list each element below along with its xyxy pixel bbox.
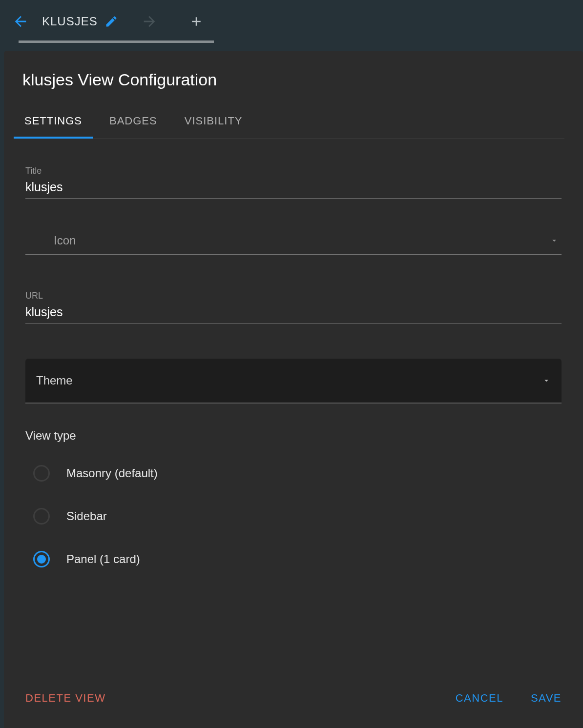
url-field: URL (25, 291, 562, 324)
add-view-button[interactable] (185, 10, 208, 33)
dialog-tabs: SETTINGS BADGES VISIBILITY (22, 111, 564, 139)
icon-field[interactable]: Icon (25, 234, 562, 255)
delete-view-button[interactable]: DELETE VIEW (22, 687, 108, 709)
title-label: Title (25, 166, 562, 176)
view-tab-label: KLUSJES (42, 15, 98, 28)
url-input[interactable] (25, 304, 562, 320)
next-button (138, 10, 161, 33)
title-input[interactable] (25, 179, 562, 195)
title-field: Title (25, 166, 562, 199)
plus-icon (189, 14, 204, 29)
app-bar: KLUSJES (0, 0, 583, 43)
dialog-title: klusjes View Configuration (22, 70, 564, 89)
radio-icon (33, 465, 50, 482)
radio-label: Sidebar (66, 509, 107, 523)
dialog-actions: DELETE VIEW CANCEL SAVE (22, 687, 564, 709)
view-type-option-panel[interactable]: Panel (1 card) (25, 545, 562, 573)
back-button[interactable] (9, 10, 32, 33)
url-label: URL (25, 291, 562, 301)
arrow-left-icon (12, 13, 29, 30)
view-type-option-sidebar[interactable]: Sidebar (25, 502, 562, 530)
arrow-right-icon (141, 13, 158, 30)
icon-label: Icon (54, 234, 550, 247)
cancel-button[interactable]: CANCEL (453, 687, 506, 709)
radio-icon (33, 551, 50, 567)
radio-icon (33, 508, 50, 525)
view-type-option-masonry[interactable]: Masonry (default) (25, 459, 562, 487)
view-config-dialog: klusjes View Configuration SETTINGS BADG… (4, 51, 583, 728)
save-button[interactable]: SAVE (528, 687, 564, 709)
chevron-down-icon (542, 376, 551, 385)
tab-visibility[interactable]: VISIBILITY (183, 111, 245, 138)
tab-badges[interactable]: BADGES (107, 111, 159, 138)
radio-label: Panel (1 card) (66, 552, 140, 566)
theme-label: Theme (36, 374, 542, 387)
view-tab[interactable]: KLUSJES (36, 0, 124, 43)
tab-indicator (19, 40, 214, 43)
pencil-icon (104, 15, 118, 28)
tab-settings[interactable]: SETTINGS (22, 111, 84, 138)
view-type-heading: View type (25, 429, 562, 443)
theme-select[interactable]: Theme (25, 359, 562, 404)
radio-label: Masonry (default) (66, 466, 158, 480)
chevron-down-icon (550, 236, 559, 245)
